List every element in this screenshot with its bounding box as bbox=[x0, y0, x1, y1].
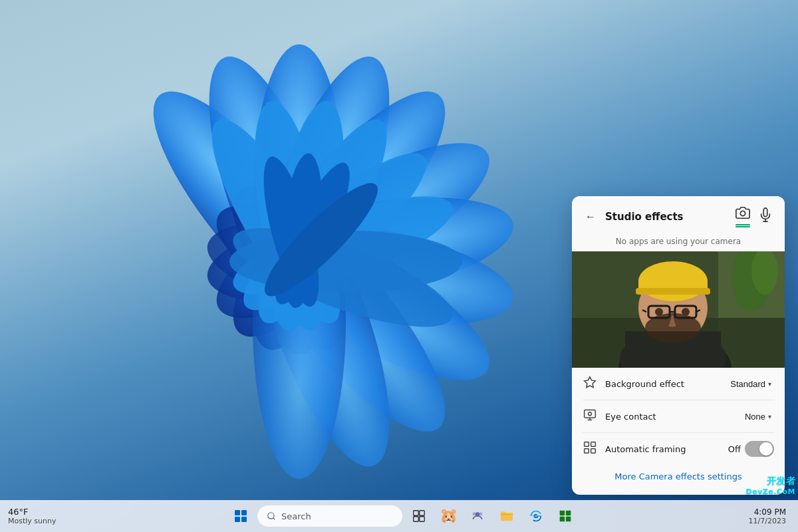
eye-contact-row: Eye contact None ▾ bbox=[583, 400, 774, 433]
weather-widget[interactable]: 46°F Mostly sunny bbox=[8, 507, 56, 526]
eye-contact-value: None ▾ bbox=[742, 410, 774, 423]
svg-rect-52 bbox=[591, 449, 596, 454]
svg-rect-66 bbox=[566, 517, 571, 522]
chevron-down-icon: ▾ bbox=[768, 380, 771, 388]
svg-rect-47 bbox=[585, 410, 596, 418]
eye-contact-icon bbox=[583, 408, 597, 424]
svg-line-54 bbox=[273, 518, 275, 520]
svg-rect-49 bbox=[585, 442, 589, 447]
start-button[interactable] bbox=[227, 503, 254, 529]
panel-header: ← Studio effects bbox=[572, 196, 785, 234]
background-effect-dropdown[interactable]: Standard ▾ bbox=[728, 378, 774, 390]
edge-icon bbox=[529, 509, 543, 523]
file-explorer-icon bbox=[500, 510, 513, 522]
auto-framing-icon bbox=[583, 441, 597, 457]
auto-framing-toggle[interactable] bbox=[745, 441, 774, 457]
auto-framing-value: Off bbox=[728, 441, 774, 457]
taskbar-search[interactable]: Search bbox=[257, 505, 403, 527]
svg-point-45 bbox=[655, 308, 663, 316]
svg-rect-36 bbox=[636, 288, 710, 295]
task-view-button[interactable] bbox=[406, 503, 432, 529]
microphone-icon-button[interactable] bbox=[757, 204, 774, 229]
edge-button[interactable] bbox=[523, 503, 549, 529]
taskbar-right: 4:09 PM 11/7/2023 bbox=[745, 506, 790, 527]
taskbar-center: Search 🐹 bbox=[64, 503, 741, 529]
no-apps-notice: No apps are using your camera bbox=[572, 234, 785, 251]
eye-contact-label: Eye contact bbox=[605, 412, 742, 422]
file-explorer-button[interactable] bbox=[493, 503, 520, 529]
back-button[interactable]: ← bbox=[583, 209, 598, 224]
camera-preview bbox=[572, 251, 785, 368]
chat-icon bbox=[471, 509, 484, 523]
svg-point-46 bbox=[682, 308, 690, 316]
taskbar: 46°F Mostly sunny Search bbox=[0, 500, 798, 532]
background-effect-label: Background effect bbox=[605, 379, 728, 389]
toggle-knob bbox=[759, 442, 773, 456]
eye-contact-dropdown[interactable]: None ▾ bbox=[742, 410, 774, 423]
svg-point-53 bbox=[268, 513, 274, 519]
person-preview-svg bbox=[572, 251, 785, 368]
svg-rect-64 bbox=[566, 511, 571, 516]
svg-rect-56 bbox=[420, 511, 425, 516]
eye-contact-current: None bbox=[745, 412, 765, 422]
clock-date: 11/7/2023 bbox=[749, 517, 786, 525]
panel-icon-group bbox=[734, 204, 774, 229]
windows-logo-icon bbox=[235, 510, 247, 522]
hamster-icon: 🐹 bbox=[440, 507, 458, 525]
weather-temperature: 46°F bbox=[8, 507, 56, 517]
xbox-button[interactable] bbox=[552, 503, 579, 529]
chat-button[interactable] bbox=[464, 503, 491, 529]
windows-bloom bbox=[66, 13, 532, 479]
svg-point-61 bbox=[473, 512, 476, 515]
svg-rect-58 bbox=[420, 517, 425, 522]
clock-time: 4:09 PM bbox=[749, 507, 786, 517]
svg-rect-50 bbox=[591, 442, 596, 447]
weather-description: Mostly sunny bbox=[8, 517, 56, 525]
background-effect-row: Background effect Standard ▾ bbox=[583, 368, 774, 400]
svg-point-48 bbox=[589, 412, 592, 416]
chevron-down-icon-2: ▾ bbox=[768, 413, 771, 420]
panel-title: Studio effects bbox=[605, 211, 728, 223]
search-placeholder: Search bbox=[281, 511, 311, 521]
desktop: ← Studio effects bbox=[0, 0, 798, 532]
watermark: 开发者 DevZe.CoM bbox=[746, 475, 795, 496]
background-effect-current: Standard bbox=[730, 379, 765, 389]
camera-icon-button[interactable] bbox=[734, 204, 751, 229]
svg-point-24 bbox=[740, 211, 745, 215]
watermark-line2: DevZe.CoM bbox=[746, 487, 795, 496]
background-effect-icon bbox=[583, 376, 597, 392]
task-view-icon bbox=[413, 510, 425, 522]
svg-point-60 bbox=[479, 512, 483, 515]
svg-rect-57 bbox=[414, 517, 419, 522]
widgets-button[interactable]: 🐹 bbox=[435, 503, 462, 529]
auto-framing-row: Automatic framing Off bbox=[583, 433, 774, 465]
svg-rect-55 bbox=[414, 511, 419, 516]
background-effect-value: Standard ▾ bbox=[728, 378, 774, 390]
svg-rect-63 bbox=[560, 511, 565, 516]
svg-rect-65 bbox=[560, 517, 565, 522]
watermark-line1: 开发者 bbox=[746, 475, 795, 487]
svg-rect-51 bbox=[585, 449, 589, 454]
xbox-icon bbox=[559, 509, 572, 523]
auto-framing-label: Automatic framing bbox=[605, 444, 728, 454]
search-icon bbox=[267, 511, 276, 521]
studio-effects-panel: ← Studio effects bbox=[572, 196, 785, 495]
system-clock[interactable]: 4:09 PM 11/7/2023 bbox=[745, 506, 790, 527]
toggle-off-label: Off bbox=[728, 444, 741, 454]
